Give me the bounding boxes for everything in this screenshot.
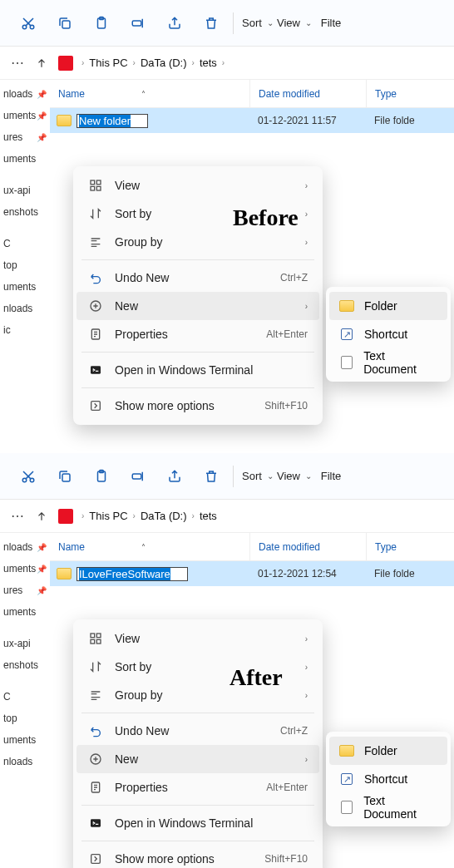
column-date[interactable]: Date modified xyxy=(249,80,366,107)
ctx-new[interactable]: New› xyxy=(76,745,319,773)
breadcrumb-pc[interactable]: This PC xyxy=(89,57,127,69)
nav-item[interactable]: C xyxy=(0,686,50,708)
file-type: File folde xyxy=(366,568,454,579)
delete-button[interactable] xyxy=(193,7,229,40)
share-button[interactable] xyxy=(156,460,193,493)
view-button[interactable]: View ⌄ xyxy=(274,7,310,40)
nav-item[interactable]: top xyxy=(0,254,50,276)
group-icon xyxy=(88,234,103,249)
nav-item[interactable]: ux-api xyxy=(0,633,50,654)
nav-item[interactable]: enshots xyxy=(0,201,50,223)
breadcrumb-drive[interactable]: DaTa (D:) xyxy=(141,57,187,69)
ctx-terminal[interactable]: Open in Windows Terminal xyxy=(76,356,319,384)
sub-shortcut[interactable]: ↗ Shortcut xyxy=(329,765,447,793)
view-button[interactable]: View ⌄ xyxy=(274,460,310,493)
file-row[interactable]: ILoveFreeSoftware 01-12-2021 12:54 File … xyxy=(50,561,454,586)
filter-button[interactable]: Filte xyxy=(310,7,347,40)
ctx-properties[interactable]: PropertiesAlt+Enter xyxy=(76,320,319,348)
nav-item[interactable]: enshots xyxy=(0,654,50,676)
chevron-right-icon: › xyxy=(190,511,196,520)
nav-item[interactable]: uments xyxy=(0,601,50,623)
ctx-view[interactable]: View› xyxy=(76,171,319,200)
column-type[interactable]: Type xyxy=(366,533,454,560)
ctx-undo[interactable]: Undo NewCtrl+Z xyxy=(76,264,319,292)
nav-up[interactable] xyxy=(29,503,53,530)
shortcut-icon: ↗ xyxy=(339,327,354,342)
sub-textdoc[interactable]: Text Document xyxy=(329,348,447,377)
breadcrumb-folder[interactable]: tets xyxy=(200,57,217,69)
column-name[interactable]: Name ˄ xyxy=(50,541,249,553)
nav-item[interactable]: nloads xyxy=(0,751,50,772)
toolbar: Sort ⌄ View ⌄ Filte xyxy=(0,0,454,47)
more-icon xyxy=(88,851,103,866)
column-name[interactable]: Name ˄ xyxy=(50,88,249,100)
breadcrumb-folder[interactable]: tets xyxy=(200,510,217,522)
drive-icon xyxy=(58,509,73,524)
rename-button[interactable] xyxy=(120,460,156,493)
nav-item[interactable]: uments xyxy=(0,148,50,170)
chevron-right-icon: › xyxy=(190,58,196,67)
share-button[interactable] xyxy=(156,7,193,40)
rename-value: New folder xyxy=(79,115,131,127)
drive-icon xyxy=(58,56,73,71)
svg-rect-27 xyxy=(91,855,101,864)
nav-item[interactable]: nloads📌 xyxy=(0,536,50,558)
nav-unknown[interactable]: ⋯ xyxy=(5,503,29,530)
nav-item[interactable]: uments📌 xyxy=(0,105,50,126)
breadcrumb[interactable]: › This PC › DaTa (D:) › tets › xyxy=(58,56,226,71)
ctx-terminal[interactable]: Open in Windows Terminal xyxy=(76,809,319,837)
ctx-view[interactable]: View› xyxy=(76,624,319,653)
nav-item[interactable]: top xyxy=(0,708,50,729)
ctx-sort[interactable]: Sort by› xyxy=(76,653,319,681)
chevron-right-icon: › xyxy=(305,181,308,190)
view-label: View xyxy=(277,17,300,29)
rename-input[interactable]: ILoveFreeSoftware xyxy=(76,567,188,581)
ctx-more[interactable]: Show more optionsShift+F10 xyxy=(76,392,319,420)
nav-unknown[interactable]: ⋯ xyxy=(5,50,29,76)
nav-item[interactable]: uments xyxy=(0,276,50,298)
sort-button[interactable]: Sort ⌄ xyxy=(237,460,274,493)
rename-button[interactable] xyxy=(120,7,156,40)
nav-item[interactable]: uments xyxy=(0,729,50,751)
column-date[interactable]: Date modified xyxy=(249,533,366,560)
cut-button[interactable] xyxy=(10,460,47,493)
rename-input[interactable]: New folder xyxy=(76,114,148,128)
document-icon xyxy=(339,355,353,370)
sub-shortcut[interactable]: ↗ Shortcut xyxy=(329,320,447,348)
file-row[interactable]: New folder 01-12-2021 11:57 File folde xyxy=(50,108,454,133)
nav-item[interactable]: ures📌 xyxy=(0,579,50,601)
cut-button[interactable] xyxy=(10,7,47,40)
paste-button[interactable] xyxy=(83,460,120,493)
nav-item[interactable]: nloads📌 xyxy=(0,83,50,105)
sub-folder[interactable]: Folder xyxy=(329,737,447,765)
ctx-group[interactable]: Group by› xyxy=(76,681,319,709)
navigation-pane: nloads📌 uments📌 ures📌 uments ux-api ensh… xyxy=(0,80,50,341)
nav-item[interactable]: C xyxy=(0,233,50,254)
ctx-new[interactable]: New› xyxy=(76,292,319,320)
nav-item[interactable]: uments📌 xyxy=(0,558,50,579)
sort-button[interactable]: Sort ⌄ xyxy=(237,7,274,40)
ctx-undo[interactable]: Undo NewCtrl+Z xyxy=(76,717,319,745)
breadcrumb[interactable]: › This PC › DaTa (D:) › tets xyxy=(58,509,217,524)
nav-item[interactable]: ic xyxy=(0,319,50,341)
nav-up[interactable] xyxy=(29,50,53,76)
sub-textdoc[interactable]: Text Document xyxy=(329,793,447,821)
svg-point-14 xyxy=(22,478,27,482)
copy-button[interactable] xyxy=(47,7,83,40)
nav-item[interactable]: ures📌 xyxy=(0,126,50,148)
svg-rect-21 xyxy=(96,634,101,638)
filter-button[interactable]: Filte xyxy=(310,460,347,493)
breadcrumb-drive[interactable]: DaTa (D:) xyxy=(141,510,187,522)
ctx-group[interactable]: Group by› xyxy=(76,228,319,256)
breadcrumb-pc[interactable]: This PC xyxy=(89,510,127,522)
delete-button[interactable] xyxy=(193,460,229,493)
ctx-more[interactable]: Show more optionsShift+F10 xyxy=(76,845,319,868)
column-type[interactable]: Type xyxy=(366,80,454,107)
nav-item[interactable]: nloads xyxy=(0,298,50,319)
sub-folder[interactable]: Folder xyxy=(329,292,447,320)
paste-button[interactable] xyxy=(83,7,120,40)
ctx-properties[interactable]: PropertiesAlt+Enter xyxy=(76,773,319,801)
copy-button[interactable] xyxy=(47,460,83,493)
nav-item[interactable]: ux-api xyxy=(0,180,50,201)
svg-rect-13 xyxy=(91,402,101,411)
